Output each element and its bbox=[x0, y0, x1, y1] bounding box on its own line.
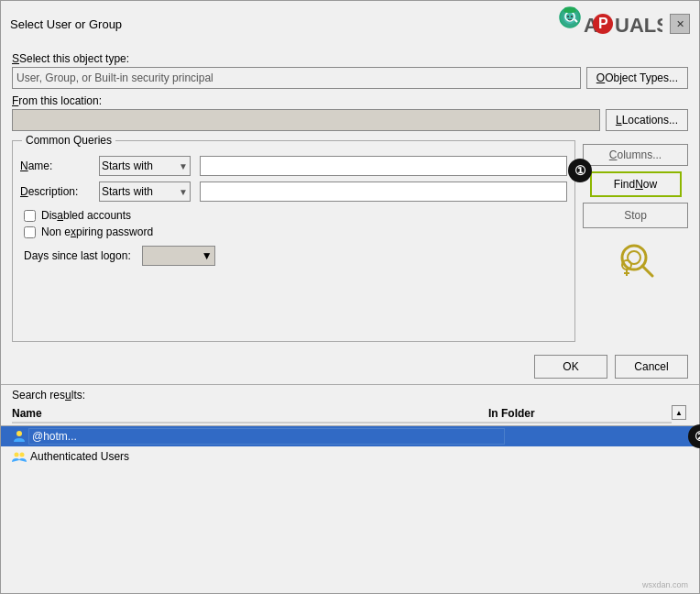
name-label: Name: bbox=[20, 160, 93, 172]
object-type-input-row: OObject Types... bbox=[12, 67, 688, 89]
location-label: From this location: bbox=[12, 94, 688, 107]
stop-button[interactable]: Stop bbox=[583, 203, 688, 228]
right-buttons: Columns... ① Find Now Stop bbox=[583, 137, 688, 278]
results-header: Name In Folder ▲ bbox=[1, 403, 699, 426]
row-2-name: Authenticated Users bbox=[30, 450, 505, 463]
locations-button[interactable]: LLocations... bbox=[606, 109, 688, 131]
location-input-row: LLocations... bbox=[12, 109, 688, 131]
desc-value-input[interactable] bbox=[200, 182, 567, 202]
location-section: From this location: LLocations... bbox=[12, 94, 688, 131]
days-row: Days since last logon: ▼ bbox=[20, 246, 567, 266]
svg-line-14 bbox=[642, 266, 652, 276]
desc-query-row: Description: Starts with ▼ bbox=[20, 182, 567, 202]
appuals-logo-svg: A P UALS bbox=[552, 6, 662, 41]
search-results-area: Search results: Name In Folder ▲ bbox=[1, 384, 699, 593]
desc-label: Description: bbox=[20, 185, 93, 198]
title-bar-left: Select User or Group bbox=[10, 17, 122, 31]
common-queries-legend: Common Queries bbox=[22, 134, 115, 147]
header-folder: In Folder bbox=[488, 405, 672, 422]
header-section: Name In Folder bbox=[12, 405, 672, 424]
name-operator-arrow: ▼ bbox=[179, 161, 188, 171]
queries-form: Name: Starts with ▼ Description: Starts … bbox=[20, 156, 567, 266]
svg-point-21 bbox=[20, 453, 25, 457]
results-table: Name In Folder ▲ ② bbox=[1, 403, 699, 593]
svg-text:UALS: UALS bbox=[615, 14, 662, 37]
title-bar: Select User or Group bbox=[1, 1, 699, 45]
disabled-label: Disabled accounts bbox=[41, 209, 131, 222]
ok-button[interactable]: OK bbox=[534, 355, 607, 379]
result-row-2[interactable]: Authenticated Users bbox=[1, 446, 699, 467]
svg-point-7 bbox=[571, 16, 573, 17]
object-type-section: SSelect this object type: OObject Types.… bbox=[12, 52, 688, 89]
bottom-buttons: OK Cancel bbox=[1, 349, 699, 384]
svg-point-6 bbox=[567, 16, 569, 17]
find-now-wrapper: ① Find Now bbox=[583, 171, 688, 197]
dialog-body: SSelect this object type: OObject Types.… bbox=[1, 45, 699, 349]
svg-point-20 bbox=[15, 453, 19, 457]
svg-text:P: P bbox=[598, 16, 608, 31]
result-row-1[interactable]: ② bbox=[1, 426, 699, 446]
days-label: Days since last logon: bbox=[24, 249, 131, 262]
search-icon-container bbox=[583, 241, 688, 278]
days-select[interactable]: ▼ bbox=[142, 246, 215, 266]
svg-rect-5 bbox=[564, 7, 575, 12]
desc-operator-arrow: ▼ bbox=[179, 187, 188, 197]
user-icon-1 bbox=[12, 429, 27, 444]
group-icon bbox=[12, 449, 27, 464]
non-expiring-checkbox-row: Non expiring password bbox=[20, 226, 567, 238]
dialog-title: Select User or Group bbox=[10, 17, 122, 31]
columns-button[interactable]: Columns... bbox=[583, 144, 688, 166]
desc-operator-select[interactable]: Starts with ▼ bbox=[99, 182, 191, 202]
cancel-button[interactable]: Cancel bbox=[615, 355, 688, 379]
object-type-input[interactable] bbox=[12, 67, 581, 89]
badge-2-circle: ② bbox=[688, 424, 700, 448]
object-type-label: SSelect this object type: bbox=[12, 52, 688, 65]
object-types-button[interactable]: OObject Types... bbox=[586, 67, 688, 89]
search-keys-icon bbox=[614, 241, 658, 278]
location-input[interactable] bbox=[12, 109, 600, 131]
disabled-checkbox[interactable] bbox=[24, 210, 36, 222]
non-expiring-checkbox[interactable] bbox=[24, 226, 36, 238]
disabled-checkbox-row: Disabled accounts bbox=[20, 209, 567, 222]
queries-area: Common Queries Name: Starts with ▼ Descr… bbox=[12, 137, 688, 342]
svg-point-18 bbox=[16, 431, 22, 436]
name-value-input[interactable] bbox=[200, 156, 567, 176]
name-operator-select[interactable]: Starts with ▼ bbox=[99, 156, 191, 176]
badge-1-circle: ① bbox=[568, 159, 592, 182]
days-arrow: ▼ bbox=[202, 249, 213, 262]
non-expiring-label: Non expiring password bbox=[41, 226, 153, 238]
scroll-up-button[interactable]: ▲ bbox=[672, 405, 686, 420]
appuals-logo: A P UALS bbox=[552, 6, 662, 41]
common-queries-box: Common Queries Name: Starts with ▼ Descr… bbox=[12, 140, 575, 342]
watermark: wsxdan.com bbox=[642, 580, 688, 589]
header-name: Name bbox=[12, 405, 488, 422]
header-scroll-area: ▲ bbox=[672, 405, 688, 424]
search-results-label: Search results: bbox=[1, 385, 699, 403]
close-button[interactable]: ✕ bbox=[670, 14, 690, 34]
find-now-button[interactable]: Find Now bbox=[590, 171, 682, 197]
selected-row-input[interactable] bbox=[28, 428, 505, 445]
name-query-row: Name: Starts with ▼ bbox=[20, 156, 567, 176]
dialog-root: Select User or Group bbox=[0, 0, 700, 594]
